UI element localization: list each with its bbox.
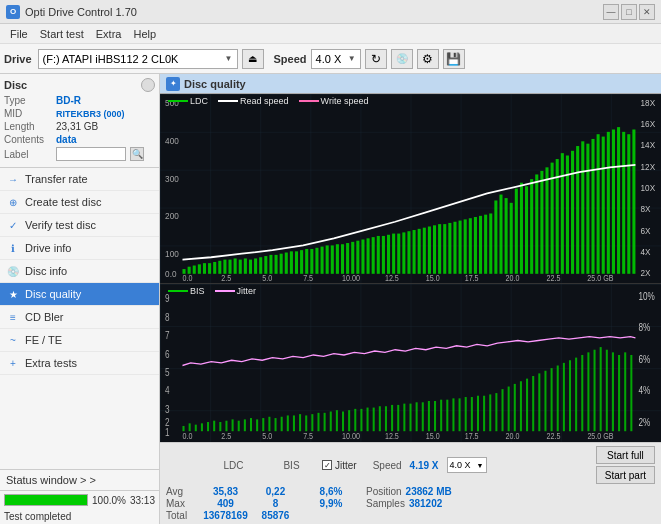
svg-rect-168 [397, 405, 399, 431]
progress-text: 100.0% [92, 495, 126, 506]
drive-value: (F:) ATAPI iHBS112 2 CL0K [43, 53, 179, 65]
svg-rect-92 [566, 156, 569, 274]
svg-rect-73 [469, 218, 472, 274]
disc-icon-button[interactable]: 💿 [391, 49, 413, 69]
sidebar-item-drive-info[interactable]: ℹ Drive info [0, 237, 159, 260]
bis-header: BIS [269, 460, 314, 471]
disc-contents-row: Contents data [4, 134, 155, 145]
sidebar-item-fe-te[interactable]: ~ FE / TE [0, 329, 159, 352]
svg-text:2%: 2% [639, 416, 651, 428]
svg-rect-19 [193, 266, 196, 274]
save-button[interactable]: 💾 [443, 49, 465, 69]
sidebar: Disc Type BD-R MID RITEKBR3 (000) Length… [0, 74, 160, 524]
ldc-color [168, 100, 188, 102]
svg-rect-71 [459, 221, 462, 274]
svg-rect-96 [586, 144, 589, 274]
speed-selector[interactable]: 4.0 X ▼ [311, 49, 361, 69]
svg-rect-105 [632, 129, 635, 273]
speed-value: 4.0 X [316, 53, 342, 65]
svg-rect-178 [459, 399, 461, 432]
time-text: 33:13 [130, 495, 155, 506]
speed-value: 4.19 X [410, 460, 439, 471]
disc-type-label: Type [4, 95, 52, 106]
bis-total: 85876 [262, 510, 290, 521]
svg-rect-203 [612, 353, 614, 432]
disc-label-input[interactable] [56, 147, 126, 161]
svg-rect-53 [367, 238, 370, 273]
svg-text:12X: 12X [641, 161, 656, 172]
top-chart-svg: 500 400 300 200 100 0.0 18X 16X 14X 12X … [160, 94, 661, 283]
svg-rect-56 [382, 236, 385, 274]
ldc-legend: LDC [168, 96, 208, 106]
menu-help[interactable]: Help [127, 27, 162, 41]
disc-quality-title: Disc quality [184, 78, 246, 90]
disc-length-row: Length 23,31 GB [4, 121, 155, 132]
svg-text:10X: 10X [641, 182, 656, 193]
svg-text:10%: 10% [639, 290, 656, 302]
menu-extra[interactable]: Extra [90, 27, 128, 41]
svg-rect-78 [494, 200, 497, 273]
eject-button[interactable]: ⏏ [242, 49, 264, 69]
drive-selector[interactable]: (F:) ATAPI iHBS112 2 CL0K ▼ [38, 49, 238, 69]
svg-rect-40 [300, 250, 303, 274]
read-speed-legend: Read speed [218, 96, 289, 106]
svg-text:15.0: 15.0 [426, 273, 440, 283]
fe-te-icon: ~ [6, 333, 20, 347]
settings-button[interactable]: ⚙ [417, 49, 439, 69]
svg-rect-199 [587, 353, 589, 432]
start-part-button[interactable]: Start part [596, 466, 655, 484]
sidebar-item-disc-info[interactable]: 💿 Disc info [0, 260, 159, 283]
svg-rect-72 [464, 219, 467, 273]
sidebar-item-disc-quality[interactable]: ★ Disc quality [0, 283, 159, 306]
read-speed-legend-label: Read speed [240, 96, 289, 106]
svg-text:10.00: 10.00 [342, 432, 360, 442]
svg-text:400: 400 [165, 135, 179, 146]
svg-text:15.0: 15.0 [426, 432, 440, 442]
svg-rect-84 [525, 186, 528, 274]
svg-rect-154 [311, 414, 313, 431]
svg-text:17.5: 17.5 [465, 432, 479, 442]
nav-label-disc-info: Disc info [25, 265, 67, 277]
svg-rect-174 [434, 401, 436, 431]
sidebar-item-transfer-rate[interactable]: → Transfer rate [0, 168, 159, 191]
bottom-chart-svg: 9 8 7 6 5 4 3 2 1 10% 8% 6% 4% 2% [160, 284, 661, 442]
refresh-button[interactable]: ↻ [365, 49, 387, 69]
svg-text:5: 5 [165, 366, 170, 378]
svg-rect-134 [189, 424, 191, 432]
svg-rect-80 [505, 198, 508, 274]
svg-rect-87 [540, 171, 543, 274]
jitter-checkbox[interactable]: ✓ [322, 460, 332, 470]
svg-rect-190 [532, 376, 534, 431]
avg-label: Avg [166, 486, 198, 497]
svg-rect-81 [510, 203, 513, 274]
svg-text:5.0: 5.0 [262, 432, 272, 442]
speed-target-selector[interactable]: 4.0 X ▼ [447, 457, 487, 473]
disc-info-icon: 💿 [6, 264, 20, 278]
svg-rect-30 [249, 260, 252, 274]
svg-rect-28 [239, 260, 242, 274]
close-button[interactable]: ✕ [639, 4, 655, 20]
svg-rect-173 [428, 401, 430, 431]
bottom-chart-legend: BIS Jitter [168, 286, 256, 296]
minimize-button[interactable]: — [603, 4, 619, 20]
sidebar-item-create-test-disc[interactable]: ⊕ Create test disc [0, 191, 159, 214]
sidebar-item-verify-test-disc[interactable]: ✓ Verify test disc [0, 214, 159, 237]
speed-label: Speed [274, 53, 307, 65]
svg-rect-94 [576, 146, 579, 274]
menu-file[interactable]: File [4, 27, 34, 41]
svg-rect-160 [348, 410, 350, 431]
status-window-button[interactable]: Status window > > [0, 470, 159, 491]
disc-label-button[interactable]: 🔍 [130, 147, 144, 161]
sidebar-item-cd-bler[interactable]: ≡ CD Bler [0, 306, 159, 329]
menu-start-test[interactable]: Start test [34, 27, 90, 41]
svg-rect-143 [244, 420, 246, 432]
sidebar-item-extra-tests[interactable]: + Extra tests [0, 352, 159, 375]
start-full-button[interactable]: Start full [596, 446, 655, 464]
svg-rect-58 [392, 234, 395, 274]
menu-bar: File Start test Extra Help [0, 24, 661, 44]
disc-label-row: Label 🔍 [4, 147, 155, 161]
bottom-stats: LDC BIS ✓ Jitter Speed 4.19 X 4.0 X ▼ [160, 442, 661, 524]
svg-rect-146 [262, 418, 264, 431]
svg-rect-135 [195, 425, 197, 432]
maximize-button[interactable]: □ [621, 4, 637, 20]
